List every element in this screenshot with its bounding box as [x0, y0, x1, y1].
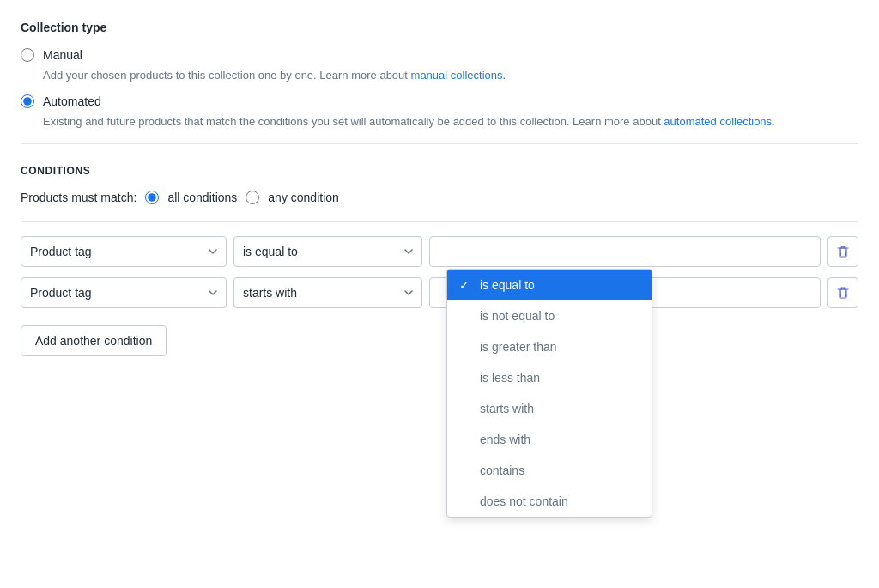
conditions-section: CONDITIONS Products must match: all cond… [21, 165, 858, 356]
dropdown-item-greater[interactable]: is greater than [447, 331, 652, 362]
delete-condition-2[interactable] [827, 277, 858, 308]
automated-collections-link[interactable]: automated collections. [664, 115, 774, 128]
automated-radio[interactable] [21, 94, 34, 108]
checkmark-icon: ✓ [459, 278, 473, 292]
manual-radio-row: Manual [21, 48, 858, 62]
all-conditions-label[interactable]: all conditions [167, 191, 237, 204]
automated-helper: Existing and future products that match … [43, 113, 858, 130]
dropdown-item-contains[interactable]: contains [447, 455, 652, 486]
conditions-list: Product tag Product title Product type P… [21, 221, 858, 356]
dropdown-item-not-equal[interactable]: is not equal to [447, 300, 652, 331]
dropdown-item-not-contains[interactable]: does not contain [447, 486, 652, 517]
add-condition-button[interactable]: Add another condition [21, 325, 167, 356]
dropdown-item-equal[interactable]: ✓ is equal to [447, 270, 652, 300]
manual-helper: Add your chosen products to this collect… [43, 67, 858, 84]
condition-row-2: Product tag Product title Product type P… [21, 277, 858, 308]
dropdown-item-starts[interactable]: starts with [447, 393, 652, 424]
all-conditions-radio[interactable] [145, 191, 159, 204]
any-condition-radio[interactable] [246, 191, 259, 204]
dropdown-item-ends[interactable]: ends with [447, 424, 652, 455]
manual-radio[interactable] [21, 48, 34, 62]
any-condition-label[interactable]: any condition [268, 191, 339, 204]
divider [21, 143, 858, 144]
condition-row-1: Product tag Product title Product type P… [21, 236, 858, 267]
dropdown-item-less[interactable]: is less than [447, 362, 652, 393]
condition-operator-2-label: starts with [243, 286, 297, 300]
collection-type-title: Collection type [21, 21, 858, 34]
condition-operator-1[interactable]: is equal to [233, 236, 422, 267]
collection-type-section: Collection type Manual Add your chosen p… [21, 21, 858, 130]
condition-value-1[interactable] [429, 236, 821, 267]
manual-collections-link[interactable]: manual collections. [411, 69, 506, 82]
delete-condition-1[interactable] [827, 236, 858, 267]
automated-label[interactable]: Automated [43, 94, 101, 108]
trash-icon-1 [836, 245, 850, 258]
condition-operator-2[interactable]: starts with [233, 277, 422, 308]
match-row: Products must match: all conditions any … [21, 191, 858, 204]
manual-label[interactable]: Manual [43, 48, 82, 62]
match-label: Products must match: [21, 191, 136, 204]
trash-icon-2 [836, 286, 850, 300]
conditions-title: CONDITIONS [21, 165, 858, 177]
condition-type-select-1[interactable]: Product tag Product title Product type P… [21, 236, 227, 267]
condition-type-select-2[interactable]: Product tag Product title Product type P… [21, 277, 227, 308]
operator-dropdown-1: ✓ is equal to is not equal to is greater… [446, 269, 652, 518]
automated-radio-row: Automated [21, 94, 858, 108]
condition-operator-1-label: is equal to [243, 245, 298, 258]
